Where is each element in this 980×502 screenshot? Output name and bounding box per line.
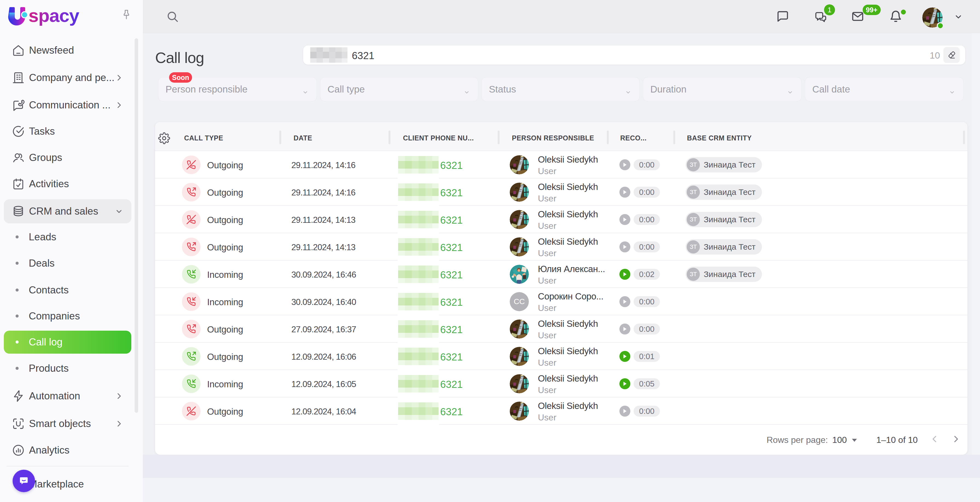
svg-text:spacy: spacy bbox=[29, 5, 80, 26]
